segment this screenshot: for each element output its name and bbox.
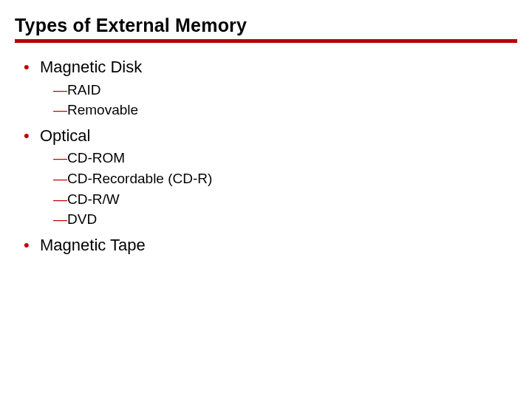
sub-list: —CD-ROM —CD-Recordable (CD-R) —CD-R/W —D…: [40, 148, 517, 229]
list-item: Magnetic Tape: [21, 234, 517, 256]
sub-list-item-label: CD-ROM: [67, 150, 125, 166]
slide: Types of External Memory Magnetic Disk —…: [0, 0, 532, 256]
list-item: Optical —CD-ROM —CD-Recordable (CD-R) —C…: [21, 125, 517, 230]
slide-title: Types of External Memory: [15, 15, 517, 43]
sub-list-item-label: RAID: [67, 82, 100, 98]
sub-list-item-label: Removable: [67, 102, 138, 117]
sub-list: —RAID —Removable: [40, 80, 517, 120]
list-item-label: Magnetic Disk: [40, 58, 142, 76]
sub-list-item: —RAID: [53, 80, 517, 100]
sub-list-item-label: CD-Recordable (CD-R): [67, 171, 212, 186]
dash-icon: —: [53, 171, 67, 186]
sub-list-item: —DVD: [53, 209, 517, 230]
slide-content: Magnetic Disk —RAID —Removable Optical —…: [15, 43, 517, 256]
sub-list-item-label: CD-R/W: [67, 191, 120, 207]
dash-icon: —: [53, 82, 67, 98]
sub-list-item: —Removable: [53, 100, 517, 120]
dash-icon: —: [53, 191, 67, 207]
sub-list-item-label: DVD: [67, 211, 97, 227]
dash-icon: —: [53, 102, 67, 117]
dash-icon: —: [53, 211, 67, 227]
dash-icon: —: [53, 150, 67, 166]
sub-list-item: —CD-R/W: [53, 189, 517, 210]
list-item: Magnetic Disk —RAID —Removable: [21, 56, 517, 120]
bullet-list: Magnetic Disk —RAID —Removable Optical —…: [21, 56, 517, 256]
sub-list-item: —CD-Recordable (CD-R): [53, 168, 517, 189]
list-item-label: Optical: [40, 126, 90, 145]
list-item-label: Magnetic Tape: [40, 236, 146, 254]
sub-list-item: —CD-ROM: [53, 148, 517, 168]
